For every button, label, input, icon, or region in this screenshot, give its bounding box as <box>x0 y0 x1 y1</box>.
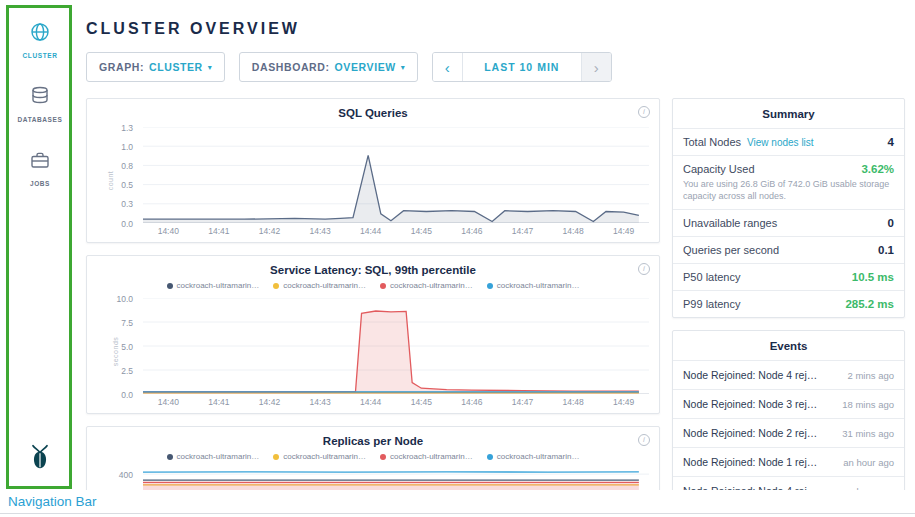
legend-item[interactable]: cockroach-ultramarin… <box>380 281 473 290</box>
event-text: Node Rejoined: Node 4 rej… <box>683 485 817 490</box>
cockroachdb-logo[interactable] <box>27 443 53 475</box>
y-axis-labels: 400 <box>97 469 139 490</box>
y-tick-label: 2.5 <box>121 366 133 376</box>
time-range-label[interactable]: LAST 10 MIN <box>463 53 581 81</box>
summary-value: 4 <box>888 136 894 148</box>
event-row[interactable]: Node Rejoined: Node 2 rej…31 mins ago <box>673 418 904 447</box>
summary-row: P99 latency285.2 ms <box>673 290 904 317</box>
events-panel: Events Node Rejoined: Node 4 rej…2 mins … <box>672 330 905 490</box>
chart-plot-area: seconds 0.02.55.07.510.0 14:4014:4114:42… <box>97 298 649 409</box>
sidebar-item-label: DATABASES <box>18 116 63 123</box>
event-text: Node Rejoined: Node 4 rej… <box>683 369 817 381</box>
y-tick-label: 0.0 <box>121 390 133 400</box>
chart-title: SQL Queries <box>97 107 649 119</box>
plot-canvas <box>143 469 649 490</box>
event-row[interactable]: Node Rejoined: Node 4 rej…2 mins ago <box>673 360 904 389</box>
x-tick-label: 14:40 <box>158 397 179 407</box>
summary-value: 0.1 <box>878 244 894 256</box>
legend-item[interactable]: cockroach-ultramarin… <box>273 281 366 290</box>
legend-label: cockroach-ultramarin… <box>283 281 366 290</box>
summary-panel: Summary Total NodesView nodes list4Capac… <box>672 98 905 318</box>
legend-item[interactable]: cockroach-ultramarin… <box>273 452 366 461</box>
chart-title: Replicas per Node <box>97 435 649 447</box>
legend-item[interactable]: cockroach-ultramarin… <box>167 452 260 461</box>
y-axis-labels: 0.02.55.07.510.0 <box>97 298 139 394</box>
legend-dot <box>273 283 279 289</box>
legend-label: cockroach-ultramarin… <box>497 452 580 461</box>
dashboard-dropdown[interactable]: DASHBOARD: OVERVIEW ▾ <box>239 52 418 82</box>
event-time: 2 mins ago <box>848 370 894 381</box>
toolbar: GRAPH: CLUSTER ▾ DASHBOARD: OVERVIEW ▾ ‹… <box>86 52 660 82</box>
x-tick-label: 14:44 <box>360 226 381 236</box>
summary-label: Unavailable ranges <box>683 217 777 229</box>
y-tick-label: 1.3 <box>121 123 133 133</box>
jobs-briefcase-icon <box>29 149 51 175</box>
event-row[interactable]: Node Rejoined: Node 3 rej…18 mins ago <box>673 389 904 418</box>
info-icon[interactable]: i <box>638 263 650 275</box>
chart-panel-sql-queries: SQL Queries i count 0.00.30.50.81.01.3 1… <box>86 98 660 243</box>
sidebar-item-cluster[interactable]: CLUSTER <box>23 21 58 59</box>
graph-dropdown-value: CLUSTER <box>149 61 203 73</box>
event-row[interactable]: Node Rejoined: Node 1 rej…an hour ago <box>673 447 904 476</box>
dashboard-dropdown-value: OVERVIEW <box>335 61 396 73</box>
page-divider <box>0 513 915 514</box>
annotation-caption: Navigation Bar <box>8 494 97 509</box>
legend-label: cockroach-ultramarin… <box>497 281 580 290</box>
x-tick-label: 14:46 <box>461 397 482 407</box>
summary-value: 0 <box>888 217 894 229</box>
y-tick-label: 7.5 <box>121 318 133 328</box>
y-tick-label: 5.0 <box>121 342 133 352</box>
event-row[interactable]: Node Rejoined: Node 4 rej…an hour ago <box>673 476 904 490</box>
dashboard-dropdown-label: DASHBOARD: <box>252 61 330 73</box>
summary-title: Summary <box>673 99 904 128</box>
legend-item[interactable]: cockroach-ultramarin… <box>487 281 580 290</box>
summary-label: P99 latency <box>683 298 740 310</box>
info-icon[interactable]: i <box>638 434 650 446</box>
summary-row-line: P50 latency10.5 ms <box>683 271 894 283</box>
summary-label: Queries per second <box>683 244 779 256</box>
summary-row-line: Capacity Used3.62% <box>683 163 894 175</box>
legend-dot <box>380 283 386 289</box>
summary-label: P50 latency <box>683 271 740 283</box>
legend-item[interactable]: cockroach-ultramarin… <box>167 281 260 290</box>
summary-note: You are using 26.8 GiB of 742.0 GiB usab… <box>683 178 894 202</box>
summary-row: Unavailable ranges0 <box>673 209 904 236</box>
x-tick-label: 14:41 <box>208 226 229 236</box>
legend-dot <box>380 454 386 460</box>
chart-panel-replicas-per-node: Replicas per Node i cockroach-ultramarin… <box>86 426 660 490</box>
summary-row-line: Queries per second0.1 <box>683 244 894 256</box>
event-text: Node Rejoined: Node 2 rej… <box>683 427 817 439</box>
y-tick-label: 400 <box>119 470 133 480</box>
event-text: Node Rejoined: Node 3 rej… <box>683 398 817 410</box>
summary-row-line: Total NodesView nodes list4 <box>683 136 894 148</box>
sidebar-item-databases[interactable]: DATABASES <box>18 85 63 123</box>
time-next-button[interactable]: › <box>581 53 611 81</box>
event-text: Node Rejoined: Node 1 rej… <box>683 456 817 468</box>
y-tick-label: 0.0 <box>121 219 133 229</box>
view-nodes-list-link[interactable]: View nodes list <box>747 137 814 148</box>
legend-dot <box>167 454 173 460</box>
admin-ui-screen: CLUSTER DATABASES JOBS <box>0 0 915 490</box>
info-icon[interactable]: i <box>638 106 650 118</box>
y-axis-labels: 0.00.30.50.81.01.3 <box>97 127 139 223</box>
summary-row: Queries per second0.1 <box>673 236 904 263</box>
x-tick-label: 14:45 <box>411 226 432 236</box>
y-tick-label: 0.8 <box>121 161 133 171</box>
legend-item[interactable]: cockroach-ultramarin… <box>487 452 580 461</box>
legend-label: cockroach-ultramarin… <box>177 281 260 290</box>
sidebar-item-jobs[interactable]: JOBS <box>29 149 51 187</box>
cluster-globe-icon <box>29 21 51 47</box>
main-content: CLUSTER OVERVIEW GRAPH: CLUSTER ▾ DASHBO… <box>86 12 660 490</box>
sidebar-item-label: CLUSTER <box>23 52 58 59</box>
time-prev-button[interactable]: ‹ <box>433 53 463 81</box>
legend-item[interactable]: cockroach-ultramarin… <box>380 452 473 461</box>
summary-label: Total Nodes <box>683 136 741 148</box>
graph-dropdown[interactable]: GRAPH: CLUSTER ▾ <box>86 52 225 82</box>
x-tick-label: 14:42 <box>259 226 280 236</box>
summary-row: P50 latency10.5 ms <box>673 263 904 290</box>
events-rows: Node Rejoined: Node 4 rej…2 mins agoNode… <box>673 360 904 490</box>
summary-rows: Total NodesView nodes list4Capacity Used… <box>673 128 904 317</box>
chart-legend: cockroach-ultramarin…cockroach-ultramari… <box>97 452 649 461</box>
y-tick-label: 1.0 <box>121 142 133 152</box>
legend-label: cockroach-ultramarin… <box>390 452 473 461</box>
